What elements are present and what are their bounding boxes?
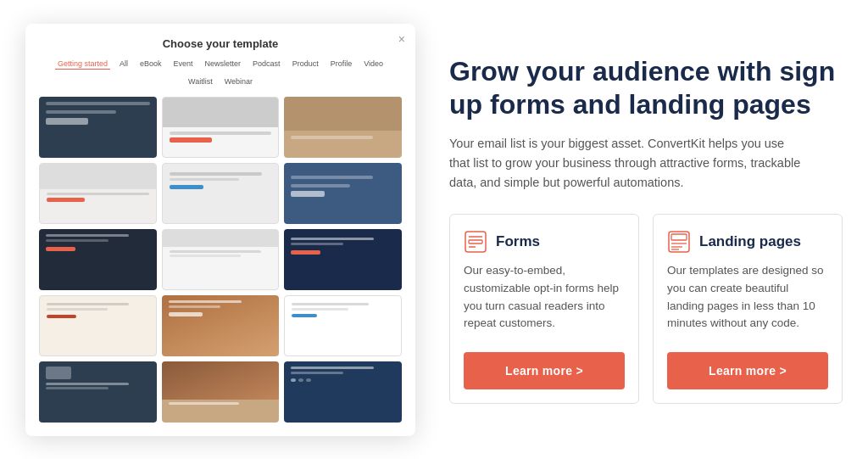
modal-title: Choose your template: [39, 37, 402, 50]
modal-close-button[interactable]: ×: [398, 32, 405, 46]
landing-pages-card: Landing pages Our templates are designed…: [653, 214, 843, 404]
landing-pages-icon: [667, 230, 691, 254]
tab-event[interactable]: Event: [171, 59, 196, 70]
forms-card-title: Forms: [496, 233, 540, 250]
template-modal: × Choose your template Getting started A…: [25, 24, 415, 436]
template-thumb-9[interactable]: [284, 229, 402, 290]
template-thumb-6[interactable]: [284, 163, 402, 224]
tab-getting-started[interactable]: Getting started: [55, 59, 110, 70]
svg-rect-2: [469, 240, 482, 243]
template-thumb-12[interactable]: [284, 295, 402, 356]
template-thumb-4[interactable]: [39, 163, 157, 224]
forms-learn-more-button[interactable]: Learn more >: [464, 352, 625, 389]
template-thumb-2[interactable]: [162, 97, 280, 158]
tab-all[interactable]: All: [117, 59, 131, 70]
template-thumb-5[interactable]: [162, 163, 280, 224]
forms-card-body: Our easy-to-embed, customizable opt-in f…: [464, 262, 625, 339]
page-container: × Choose your template Getting started A…: [0, 0, 868, 459]
landing-pages-learn-more-button[interactable]: Learn more >: [667, 352, 828, 389]
template-thumb-1[interactable]: [39, 97, 157, 158]
forms-card-header: Forms: [464, 230, 625, 254]
svg-rect-5: [671, 234, 687, 240]
forms-card: Forms Our easy-to-embed, customizable op…: [449, 214, 639, 404]
feature-cards-row: Forms Our easy-to-embed, customizable op…: [449, 214, 843, 404]
headline: Grow your audience with sign up forms an…: [449, 55, 843, 120]
tab-newsletter[interactable]: Newsletter: [203, 59, 244, 70]
template-thumb-10[interactable]: [39, 295, 157, 356]
tab-profile[interactable]: Profile: [328, 59, 355, 70]
modal-tabs: Getting started All eBook Event Newslett…: [39, 59, 402, 87]
tab-video[interactable]: Video: [361, 59, 386, 70]
template-thumb-13[interactable]: [39, 361, 157, 423]
template-thumb-8[interactable]: [162, 229, 280, 290]
tab-product[interactable]: Product: [290, 59, 321, 70]
landing-pages-card-title: Landing pages: [699, 233, 801, 250]
tab-podcast[interactable]: Podcast: [250, 59, 283, 70]
template-thumb-7[interactable]: [39, 229, 157, 290]
template-grid: [39, 97, 402, 423]
template-thumb-3[interactable]: [284, 97, 402, 158]
subtext: Your email list is your biggest asset. C…: [449, 134, 805, 193]
tab-ebook[interactable]: eBook: [137, 59, 164, 70]
tab-webinar[interactable]: Webinar: [222, 76, 255, 87]
forms-icon: [464, 230, 487, 254]
template-thumb-14[interactable]: [162, 361, 280, 423]
landing-pages-card-header: Landing pages: [667, 230, 828, 254]
landing-pages-card-body: Our templates are designed so you can cr…: [667, 262, 828, 339]
right-panel: Grow your audience with sign up forms an…: [449, 47, 843, 411]
tab-waitlist[interactable]: Waitlist: [186, 76, 215, 87]
template-thumb-15[interactable]: [284, 361, 402, 423]
template-thumb-11[interactable]: [162, 295, 280, 356]
